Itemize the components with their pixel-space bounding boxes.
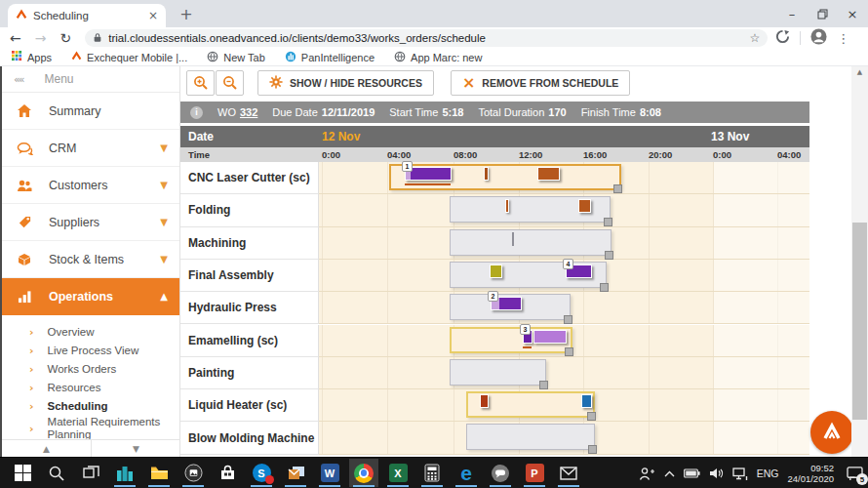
- time-tick: 04:00: [777, 149, 801, 160]
- resize-handle[interactable]: [587, 412, 596, 421]
- new-tab-button[interactable]: +: [176, 3, 197, 24]
- language-indicator[interactable]: ENG: [757, 468, 779, 479]
- subnav-item-live-process-view[interactable]: › Live Process View: [2, 342, 179, 360]
- page-scrollbar[interactable]: ▲: [851, 66, 868, 457]
- resize-handle[interactable]: [588, 445, 597, 454]
- back-icon[interactable]: ←: [10, 30, 21, 46]
- bookmark-star-icon[interactable]: ☆: [749, 31, 760, 45]
- taskbar-calculator-icon[interactable]: [417, 459, 447, 487]
- sync-icon[interactable]: [775, 29, 790, 48]
- tab-scheduling[interactable]: Scheduling ×: [8, 4, 166, 27]
- remove-from-schedule-button[interactable]: × REMOVE FROM SCHEDULE: [451, 70, 630, 96]
- taskbar-skype-icon[interactable]: S: [247, 459, 276, 487]
- url-bar[interactable]: trial.cloudessentials.oneadvanced.io/cli…: [85, 29, 768, 47]
- task-bar[interactable]: [533, 330, 567, 344]
- subnav-item-scheduling[interactable]: › Scheduling: [2, 397, 179, 416]
- taskbar-file-explorer-icon[interactable]: [144, 459, 174, 487]
- sidebar-item-summary[interactable]: Summary: [2, 93, 179, 130]
- taskbar-start-icon[interactable]: [8, 459, 37, 487]
- running-indicator: [558, 485, 579, 487]
- taskbar-excel-icon[interactable]: X: [383, 459, 413, 487]
- zoom-in-button[interactable]: [186, 70, 215, 96]
- taskbar-edge-icon[interactable]: e: [452, 459, 481, 487]
- task-bar[interactable]: [537, 167, 560, 181]
- resize-handle[interactable]: [565, 347, 573, 356]
- volume-icon[interactable]: [709, 468, 724, 479]
- taskbar-chrome-icon[interactable]: [349, 459, 378, 487]
- clock[interactable]: 09:52 24/01/2020: [787, 463, 834, 484]
- bookmark-new-tab[interactable]: New Tab: [207, 51, 265, 64]
- task-bar[interactable]: [581, 394, 592, 408]
- schedule-container[interactable]: [450, 229, 612, 256]
- tab-close-icon[interactable]: ×: [148, 9, 158, 22]
- people-icon[interactable]: [639, 467, 655, 481]
- taskbar-photos-icon[interactable]: [178, 459, 208, 487]
- task-bar[interactable]: [480, 394, 489, 408]
- scroll-up-button[interactable]: ▲: [2, 440, 92, 457]
- scroll-down-button[interactable]: ▼: [92, 440, 180, 457]
- bookmark-panintelligence[interactable]: PanIntelligence: [285, 51, 375, 64]
- resize-handle[interactable]: [600, 283, 609, 292]
- chevron-up-icon[interactable]: [664, 470, 675, 477]
- subnav-item-overview[interactable]: › Overview: [2, 323, 179, 342]
- task-bar[interactable]: [484, 167, 489, 181]
- resize-handle[interactable]: [539, 381, 548, 389]
- subnav-item-works-orders[interactable]: › Works Orders: [2, 360, 179, 379]
- scrollbar-up-icon[interactable]: ▲: [851, 68, 868, 76]
- profile-avatar[interactable]: [810, 28, 827, 49]
- scrollbar-thumb[interactable]: [852, 223, 867, 420]
- network-icon[interactable]: [732, 468, 748, 480]
- resize-handle[interactable]: [564, 315, 572, 324]
- minimize-button[interactable]: –: [777, 0, 807, 27]
- zoom-out-button[interactable]: [216, 70, 244, 96]
- subnav-item-resources[interactable]: › Resources: [2, 379, 179, 397]
- subnav-item-material-requirements-planning[interactable]: › Material Requirements Planning: [2, 416, 179, 441]
- gridline: [322, 389, 323, 421]
- taskbar-outlook-icon[interactable]: [281, 459, 310, 487]
- collapse-menu-icon[interactable]: ««: [14, 73, 22, 86]
- taskbar-store-icon[interactable]: [213, 459, 242, 487]
- taskbar-powerpoint-icon[interactable]: P: [520, 459, 549, 487]
- task-bar[interactable]: [512, 232, 514, 246]
- taskbar-search-icon[interactable]: [42, 459, 71, 487]
- restore-button[interactable]: [808, 0, 837, 27]
- advanced-logo[interactable]: [810, 411, 853, 454]
- next-day-shade: [714, 162, 809, 193]
- taskbar-mail-icon[interactable]: [554, 459, 583, 487]
- forward-icon[interactable]: →: [35, 30, 47, 46]
- resize-handle[interactable]: [605, 251, 613, 260]
- task-bar[interactable]: [490, 264, 502, 278]
- sidebar-item-customers[interactable]: Customers▼: [2, 167, 179, 204]
- taskbar-word-icon[interactable]: W: [315, 459, 344, 487]
- task-bar[interactable]: [505, 199, 509, 213]
- sidebar-item-stock-items[interactable]: Stock & Items▼: [2, 241, 179, 278]
- taskbar-buildings-app-icon[interactable]: [110, 459, 139, 487]
- sidebar: «« Menu Summary CRM▼ Customers▼ Supplier…: [0, 66, 180, 457]
- date-label: Date: [188, 130, 214, 143]
- chevron-right-icon: ›: [29, 345, 34, 357]
- gridline: [454, 389, 454, 421]
- taskbar-chat-app-icon[interactable]: [486, 459, 515, 487]
- menu-dots-icon[interactable]: ⋮: [837, 31, 849, 46]
- bookmark-app-marc-new[interactable]: App Marc: new: [394, 51, 482, 64]
- task-flag: 4: [563, 259, 573, 269]
- sidebar-item-suppliers[interactable]: Suppliers▼: [2, 204, 179, 241]
- show-hide-resources-button[interactable]: SHOW / HIDE RESOURCES: [257, 70, 434, 96]
- resize-handle[interactable]: [604, 218, 612, 226]
- close-button[interactable]: ×: [838, 0, 867, 27]
- schedule-container[interactable]: [450, 359, 546, 386]
- next-day-shade: [714, 292, 809, 323]
- task-bar[interactable]: [578, 199, 591, 213]
- gridline: [322, 194, 323, 225]
- box-icon: [16, 252, 33, 266]
- schedule-container[interactable]: [466, 424, 595, 450]
- resize-handle[interactable]: [613, 184, 622, 193]
- refresh-icon[interactable]: ↻: [59, 30, 71, 46]
- sidebar-item-crm[interactable]: CRM▼: [2, 130, 179, 167]
- notification-center-icon[interactable]: 5: [843, 463, 866, 484]
- bookmark-exchequer-mobile[interactable]: Exchequer Mobile |...: [71, 51, 187, 63]
- sidebar-item-operations[interactable]: Operations▲: [2, 278, 179, 315]
- taskbar-task-view-icon[interactable]: [76, 459, 105, 487]
- bookmark-apps[interactable]: Apps: [12, 51, 52, 63]
- battery-icon[interactable]: [684, 468, 700, 478]
